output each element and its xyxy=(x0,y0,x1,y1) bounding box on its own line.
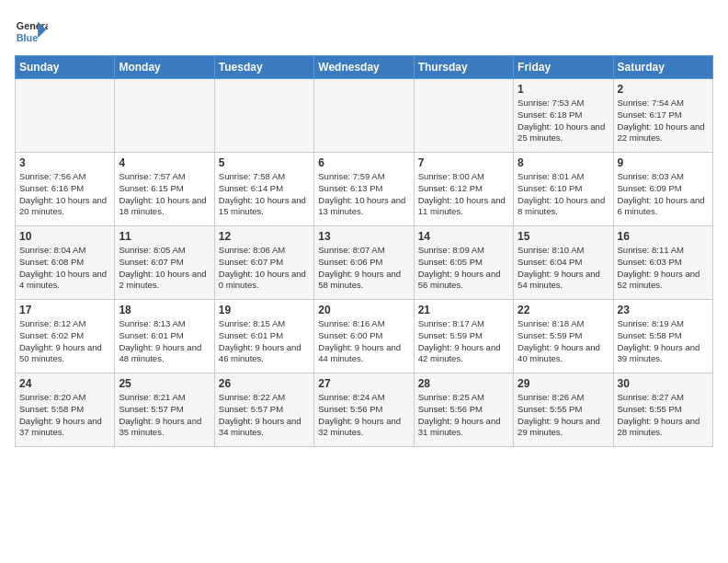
day-number: 21 xyxy=(418,304,509,316)
calendar-cell: 20Sunrise: 8:16 AM Sunset: 6:00 PM Dayli… xyxy=(314,300,414,373)
svg-text:Blue: Blue xyxy=(17,32,38,43)
calendar-cell: 19Sunrise: 8:15 AM Sunset: 6:01 PM Dayli… xyxy=(214,300,313,373)
calendar-header-row: SundayMondayTuesdayWednesdayThursdayFrid… xyxy=(16,56,713,79)
page-header: General Blue xyxy=(15,15,713,48)
day-number: 15 xyxy=(518,230,609,243)
calendar-cell: 27Sunrise: 8:24 AM Sunset: 5:56 PM Dayli… xyxy=(314,373,414,447)
day-info: Sunrise: 7:56 AM Sunset: 6:16 PM Dayligh… xyxy=(19,171,110,218)
calendar-cell: 22Sunrise: 8:18 AM Sunset: 5:59 PM Dayli… xyxy=(514,300,613,373)
day-number: 25 xyxy=(119,377,210,390)
day-info: Sunrise: 8:15 AM Sunset: 6:01 PM Dayligh… xyxy=(219,318,310,365)
day-info: Sunrise: 8:00 AM Sunset: 6:12 PM Dayligh… xyxy=(418,171,509,218)
logo: General Blue xyxy=(15,15,48,48)
calendar-cell: 14Sunrise: 8:09 AM Sunset: 6:05 PM Dayli… xyxy=(414,226,513,300)
week-row-1: 1Sunrise: 7:53 AM Sunset: 6:18 PM Daylig… xyxy=(16,79,713,153)
day-info: Sunrise: 8:05 AM Sunset: 6:07 PM Dayligh… xyxy=(119,245,210,292)
calendar-cell xyxy=(214,79,313,153)
day-number: 24 xyxy=(19,377,110,390)
week-row-5: 24Sunrise: 8:20 AM Sunset: 5:58 PM Dayli… xyxy=(16,373,713,447)
day-number: 2 xyxy=(618,83,709,96)
day-info: Sunrise: 8:19 AM Sunset: 5:58 PM Dayligh… xyxy=(618,318,709,365)
day-number: 30 xyxy=(618,377,709,390)
day-info: Sunrise: 8:20 AM Sunset: 5:58 PM Dayligh… xyxy=(19,392,110,439)
calendar-cell xyxy=(115,79,214,153)
calendar-cell xyxy=(314,79,414,153)
day-number: 7 xyxy=(418,156,509,169)
calendar-cell: 13Sunrise: 8:07 AM Sunset: 6:06 PM Dayli… xyxy=(314,226,414,300)
day-number: 17 xyxy=(19,304,110,316)
day-info: Sunrise: 8:27 AM Sunset: 5:55 PM Dayligh… xyxy=(618,392,709,439)
day-number: 13 xyxy=(318,230,409,243)
calendar-cell: 10Sunrise: 8:04 AM Sunset: 6:08 PM Dayli… xyxy=(16,226,115,300)
day-header-sunday: Sunday xyxy=(16,56,115,79)
day-number: 19 xyxy=(219,304,310,316)
day-number: 12 xyxy=(219,230,310,243)
calendar-cell xyxy=(414,79,513,153)
day-info: Sunrise: 8:24 AM Sunset: 5:56 PM Dayligh… xyxy=(318,392,409,439)
day-header-tuesday: Tuesday xyxy=(214,56,313,79)
day-info: Sunrise: 8:21 AM Sunset: 5:57 PM Dayligh… xyxy=(119,392,210,439)
day-header-saturday: Saturday xyxy=(613,56,712,79)
day-info: Sunrise: 8:18 AM Sunset: 5:59 PM Dayligh… xyxy=(518,318,609,365)
week-row-2: 3Sunrise: 7:56 AM Sunset: 6:16 PM Daylig… xyxy=(16,153,713,226)
day-number: 8 xyxy=(518,156,609,169)
calendar-cell: 18Sunrise: 8:13 AM Sunset: 6:01 PM Dayli… xyxy=(115,300,214,373)
calendar-cell: 16Sunrise: 8:11 AM Sunset: 6:03 PM Dayli… xyxy=(613,226,712,300)
day-info: Sunrise: 8:03 AM Sunset: 6:09 PM Dayligh… xyxy=(618,171,709,218)
calendar-cell: 28Sunrise: 8:25 AM Sunset: 5:56 PM Dayli… xyxy=(414,373,513,447)
calendar-cell: 15Sunrise: 8:10 AM Sunset: 6:04 PM Dayli… xyxy=(514,226,613,300)
calendar-cell: 17Sunrise: 8:12 AM Sunset: 6:02 PM Dayli… xyxy=(16,300,115,373)
day-info: Sunrise: 8:22 AM Sunset: 5:57 PM Dayligh… xyxy=(219,392,310,439)
day-number: 26 xyxy=(219,377,310,390)
calendar-cell: 3Sunrise: 7:56 AM Sunset: 6:16 PM Daylig… xyxy=(16,153,115,226)
day-info: Sunrise: 7:59 AM Sunset: 6:13 PM Dayligh… xyxy=(318,171,409,218)
day-number: 9 xyxy=(618,156,709,169)
calendar-cell xyxy=(16,79,115,153)
day-info: Sunrise: 8:17 AM Sunset: 5:59 PM Dayligh… xyxy=(418,318,509,365)
day-info: Sunrise: 7:54 AM Sunset: 6:17 PM Dayligh… xyxy=(618,98,709,144)
day-number: 3 xyxy=(19,156,110,169)
day-number: 27 xyxy=(318,377,409,390)
day-info: Sunrise: 8:01 AM Sunset: 6:10 PM Dayligh… xyxy=(518,171,609,218)
calendar-cell: 26Sunrise: 8:22 AM Sunset: 5:57 PM Dayli… xyxy=(214,373,313,447)
day-info: Sunrise: 8:12 AM Sunset: 6:02 PM Dayligh… xyxy=(19,318,110,365)
calendar-body: 1Sunrise: 7:53 AM Sunset: 6:18 PM Daylig… xyxy=(16,79,713,447)
day-info: Sunrise: 7:57 AM Sunset: 6:15 PM Dayligh… xyxy=(119,171,210,218)
calendar-cell: 29Sunrise: 8:26 AM Sunset: 5:55 PM Dayli… xyxy=(514,373,613,447)
calendar-cell: 21Sunrise: 8:17 AM Sunset: 5:59 PM Dayli… xyxy=(414,300,513,373)
calendar-cell: 2Sunrise: 7:54 AM Sunset: 6:17 PM Daylig… xyxy=(613,79,712,153)
day-info: Sunrise: 8:10 AM Sunset: 6:04 PM Dayligh… xyxy=(518,245,609,292)
day-number: 5 xyxy=(219,156,310,169)
week-row-4: 17Sunrise: 8:12 AM Sunset: 6:02 PM Dayli… xyxy=(16,300,713,373)
calendar-cell: 23Sunrise: 8:19 AM Sunset: 5:58 PM Dayli… xyxy=(613,300,712,373)
day-info: Sunrise: 8:07 AM Sunset: 6:06 PM Dayligh… xyxy=(318,245,409,292)
day-header-thursday: Thursday xyxy=(414,56,513,79)
calendar-cell: 25Sunrise: 8:21 AM Sunset: 5:57 PM Dayli… xyxy=(115,373,214,447)
day-header-wednesday: Wednesday xyxy=(314,56,414,79)
calendar-cell: 24Sunrise: 8:20 AM Sunset: 5:58 PM Dayli… xyxy=(16,373,115,447)
week-row-3: 10Sunrise: 8:04 AM Sunset: 6:08 PM Dayli… xyxy=(16,226,713,300)
day-number: 6 xyxy=(318,156,409,169)
calendar-cell: 4Sunrise: 7:57 AM Sunset: 6:15 PM Daylig… xyxy=(115,153,214,226)
calendar-cell: 7Sunrise: 8:00 AM Sunset: 6:12 PM Daylig… xyxy=(414,153,513,226)
calendar-cell: 30Sunrise: 8:27 AM Sunset: 5:55 PM Dayli… xyxy=(613,373,712,447)
day-info: Sunrise: 8:11 AM Sunset: 6:03 PM Dayligh… xyxy=(618,245,709,292)
day-info: Sunrise: 8:26 AM Sunset: 5:55 PM Dayligh… xyxy=(518,392,609,439)
day-number: 28 xyxy=(418,377,509,390)
day-info: Sunrise: 8:13 AM Sunset: 6:01 PM Dayligh… xyxy=(119,318,210,365)
calendar-cell: 8Sunrise: 8:01 AM Sunset: 6:10 PM Daylig… xyxy=(514,153,613,226)
day-header-monday: Monday xyxy=(115,56,214,79)
day-number: 22 xyxy=(518,304,609,316)
day-number: 10 xyxy=(19,230,110,243)
day-number: 1 xyxy=(518,83,609,96)
day-info: Sunrise: 8:04 AM Sunset: 6:08 PM Dayligh… xyxy=(19,245,110,292)
day-info: Sunrise: 8:06 AM Sunset: 6:07 PM Dayligh… xyxy=(219,245,310,292)
calendar-cell: 12Sunrise: 8:06 AM Sunset: 6:07 PM Dayli… xyxy=(214,226,313,300)
day-number: 4 xyxy=(119,156,210,169)
day-info: Sunrise: 7:58 AM Sunset: 6:14 PM Dayligh… xyxy=(219,171,310,218)
calendar-cell: 11Sunrise: 8:05 AM Sunset: 6:07 PM Dayli… xyxy=(115,226,214,300)
calendar-cell: 5Sunrise: 7:58 AM Sunset: 6:14 PM Daylig… xyxy=(214,153,313,226)
day-number: 20 xyxy=(318,304,409,316)
day-header-friday: Friday xyxy=(514,56,613,79)
day-info: Sunrise: 8:25 AM Sunset: 5:56 PM Dayligh… xyxy=(418,392,509,439)
